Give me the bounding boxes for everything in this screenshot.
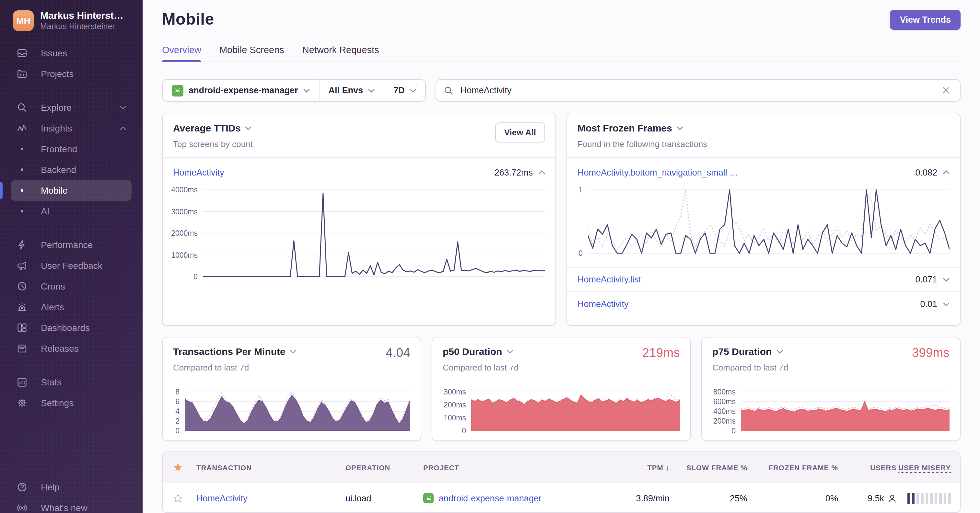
card-title: p75 Duration — [712, 346, 772, 357]
page-header: Mobile View Trends — [162, 0, 961, 30]
sidebar-item-label: Mobile — [41, 185, 68, 195]
sidebar-item-settings[interactable]: Settings — [11, 392, 132, 413]
nav-gap — [0, 84, 143, 97]
column-header-users[interactable]: USERS — [838, 464, 896, 471]
sidebar-item-label: Stats — [41, 377, 62, 388]
transaction-link[interactable]: HomeActivity.list — [578, 275, 641, 284]
transaction-link[interactable]: HomeActivity.bottom_navigation_small … — [578, 167, 738, 177]
transaction-value: 0.071 — [915, 275, 937, 284]
card-title-dropdown[interactable]: p75 Duration — [712, 346, 788, 357]
project-selector[interactable]: android-expense-manager — [163, 80, 319, 101]
sidebar-item-label: Performance — [41, 240, 93, 250]
project-link[interactable]: android-expense-manager — [439, 493, 541, 503]
page-filters: android-expense-manager All Envs 7D — [162, 79, 426, 102]
line-chart — [588, 188, 950, 255]
sidebar-item-backend[interactable]: Backend — [11, 159, 132, 180]
column-header-operation[interactable]: OPERATION — [345, 464, 423, 471]
sidebar-item-help[interactable]: Help — [11, 477, 132, 497]
column-header-frozen-frame[interactable]: FROZEN FRAME % — [747, 464, 838, 471]
frozen-frame-cell: 0% — [747, 493, 838, 503]
star-filled-icon[interactable] — [173, 462, 196, 472]
bullet-icon — [17, 206, 27, 216]
sidebar-item-label: Issues — [41, 48, 67, 58]
ttid-chart: 4000ms3000ms2000ms1000ms0 — [163, 187, 555, 278]
org-switcher[interactable]: MH Markus Hintersteiner Markus Hinterste… — [0, 0, 143, 38]
column-header-project[interactable]: PROJECT — [423, 464, 605, 471]
main-content: Mobile View Trends Overview Mobile Scree… — [143, 0, 980, 513]
tab-network-requests[interactable]: Network Requests — [302, 45, 379, 62]
sidebar-item-label: Insights — [41, 123, 72, 133]
card-title: Transactions Per Minute — [173, 346, 285, 357]
collapse-chevron-up-icon[interactable] — [943, 170, 950, 174]
users-count: 9.5k — [867, 493, 884, 503]
sidebar-item-frontend[interactable]: Frontend — [11, 139, 132, 159]
column-header-user-misery[interactable]: USER MISERY — [896, 464, 951, 471]
sidebar-item-ai[interactable]: AI — [11, 201, 132, 222]
sidebar-item-stats[interactable]: Stats — [11, 372, 132, 392]
card-subtitle: Compared to last 7d — [173, 363, 296, 372]
sidebar-item-label: Alerts — [41, 302, 64, 312]
chevron-down-icon — [120, 106, 126, 110]
clear-search-icon[interactable] — [940, 84, 952, 97]
sidebar-item-projects[interactable]: Projects — [11, 64, 132, 84]
performance-icon — [17, 240, 27, 250]
card-subtitle: Found in the following transactions — [578, 139, 707, 149]
sidebar-item-releases[interactable]: Releases — [11, 338, 132, 359]
expand-chevron-down-icon[interactable] — [943, 302, 950, 306]
sidebar-item-label: Releases — [41, 343, 79, 354]
sidebar-item-alerts[interactable]: Alerts — [11, 297, 132, 318]
sidebar-item-crons[interactable]: Crons — [11, 276, 132, 297]
search-input[interactable] — [459, 85, 934, 96]
sidebar-item-dashboards[interactable]: Dashboards — [11, 318, 132, 338]
issues-icon — [17, 48, 27, 58]
chevron-down-icon — [303, 88, 310, 92]
stats-icon — [17, 377, 27, 388]
p75-chart: 800ms600ms400ms200ms0 — [702, 390, 960, 440]
releases-icon — [17, 343, 27, 354]
column-header-tpm-sorted[interactable]: TPM ↓ — [605, 464, 670, 471]
card-title-dropdown[interactable]: Average TTIDs — [173, 122, 253, 133]
card-subtitle: Compared to last 7d — [712, 363, 788, 372]
collapse-chevron-up-icon[interactable] — [539, 170, 545, 174]
avatar[interactable]: MH — [13, 10, 34, 31]
card-title-dropdown[interactable]: p50 Duration — [443, 346, 519, 357]
search-icon — [444, 86, 453, 95]
transaction-row: HomeActivity 263.72ms — [163, 158, 555, 187]
table-row: HomeActivity ui.load android-expense-man… — [163, 483, 960, 513]
sidebar-item-whats-new[interactable]: What's new — [11, 497, 132, 513]
transaction-link[interactable]: HomeActivity — [578, 299, 629, 309]
column-header-transaction[interactable]: TRANSACTION — [196, 464, 345, 471]
p75-duration-card: p75 Duration Compared to last 7d 399ms 8… — [701, 337, 961, 441]
expand-chevron-down-icon[interactable] — [943, 278, 950, 281]
card-header: Average TTIDs Top screens by count View … — [163, 113, 555, 157]
android-platform-icon — [172, 84, 183, 96]
tab-overview[interactable]: Overview — [162, 45, 201, 62]
date-range-selector[interactable]: 7D — [384, 80, 425, 101]
star-outline-icon[interactable] — [173, 493, 196, 503]
sidebar-item-mobile[interactable]: Mobile — [11, 180, 132, 201]
sidebar-item-issues[interactable]: Issues — [11, 43, 132, 64]
gear-icon — [17, 398, 27, 408]
tpm-cell: 3.89/min — [605, 493, 670, 503]
sidebar-item-explore[interactable]: Explore — [11, 97, 132, 118]
chevron-down-icon — [368, 88, 375, 92]
card-title: Most Frozen Frames — [578, 122, 672, 133]
tab-mobile-screens[interactable]: Mobile Screens — [220, 45, 284, 62]
view-trends-button[interactable]: View Trends — [890, 10, 961, 30]
sidebar-item-user-feedback[interactable]: User Feedback — [11, 255, 132, 276]
column-header-slow-frame[interactable]: SLOW FRAME % — [670, 464, 747, 471]
card-title-dropdown[interactable]: Most Frozen Frames — [578, 122, 707, 133]
chevron-down-icon — [290, 349, 296, 353]
transaction-link[interactable]: HomeActivity — [196, 493, 345, 503]
transaction-link[interactable]: HomeActivity — [173, 167, 224, 177]
sidebar-item-label: Dashboards — [41, 322, 90, 333]
sidebar-item-insights[interactable]: Insights — [11, 118, 132, 139]
sidebar-item-performance[interactable]: Performance — [11, 235, 132, 255]
card-title-dropdown[interactable]: Transactions Per Minute — [173, 346, 296, 357]
sidebar-nav: Issues Projects Explore Insights Fronten… — [0, 38, 143, 477]
sidebar-item-label: Frontend — [41, 144, 77, 154]
project-selector-label: android-expense-manager — [189, 86, 298, 95]
environment-selector[interactable]: All Envs — [320, 80, 384, 101]
widgets-row-2: Transactions Per Minute Compared to last… — [162, 337, 961, 441]
view-all-button[interactable]: View All — [495, 122, 545, 143]
